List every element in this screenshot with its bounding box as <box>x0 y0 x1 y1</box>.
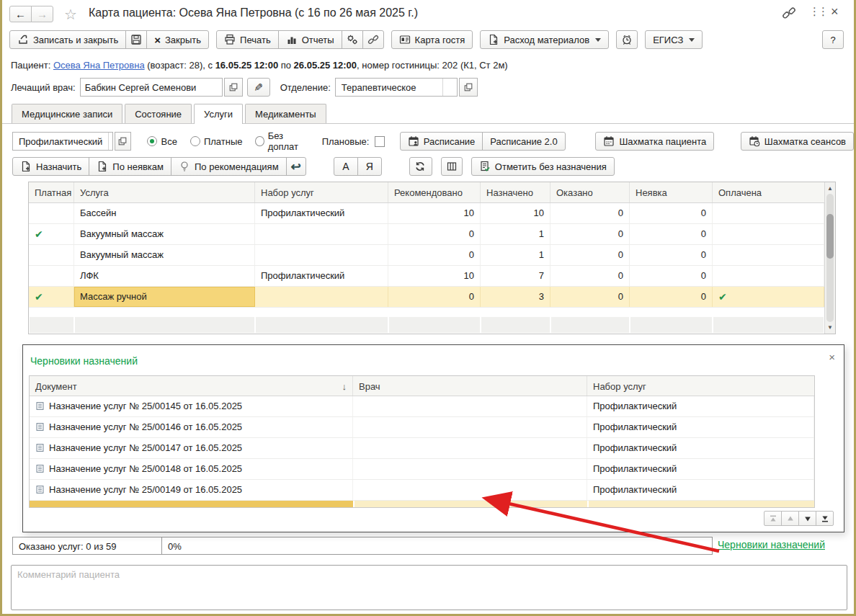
by-no-shows-button[interactable]: По неявкам <box>89 157 171 176</box>
radio-no-surcharge[interactable]: Без доплат <box>255 130 308 152</box>
services-settings-button[interactable] <box>342 30 363 49</box>
link-button[interactable] <box>362 30 384 49</box>
save-and-close-button[interactable]: Записать и закрыть <box>9 30 126 49</box>
doctor-open-button[interactable] <box>224 78 243 97</box>
forward-button[interactable]: → <box>31 6 53 22</box>
table-cell[interactable]: ✔ <box>713 287 824 307</box>
columns-button[interactable] <box>441 157 463 176</box>
reports-button[interactable]: Отчеты <box>278 30 342 49</box>
panel-close-icon[interactable]: × <box>829 351 835 363</box>
services-column-header[interactable]: Услуга <box>74 182 255 202</box>
table-row[interactable]: БассейнПрофилактический101000 <box>29 203 824 224</box>
drafts-column-header[interactable]: Набор услуг <box>587 376 814 396</box>
document-cell[interactable]: Назначение услуг № 25/00146 от 16.05.202… <box>30 417 353 437</box>
chess-sessions-button[interactable]: Шахматка сеансов <box>741 132 854 151</box>
favorite-star-icon[interactable]: ☆ <box>64 6 77 23</box>
doctor-cell[interactable] <box>353 459 587 479</box>
scroll-up-icon[interactable]: ▲ <box>825 185 835 192</box>
radio-paid[interactable]: Платные <box>190 136 243 147</box>
table-cell[interactable]: Массаж ручной <box>74 287 255 307</box>
document-cell[interactable]: Назначение услуг № 25/00148 от 16.05.202… <box>30 459 353 479</box>
table-cell[interactable]: ✔ <box>29 224 74 244</box>
document-cell[interactable]: Назначение услуг № 25/00147 от 16.05.202… <box>30 438 353 458</box>
materials-button[interactable]: Расход материалов <box>480 30 609 49</box>
letter-a-button[interactable]: А <box>334 157 358 176</box>
table-cell[interactable]: 0 <box>550 224 630 244</box>
services-column-header[interactable]: Оплачена <box>713 182 824 202</box>
document-cell[interactable]: Назначение услуг № 25/00145 от 16.05.202… <box>30 396 353 416</box>
help-button[interactable]: ? <box>822 30 844 49</box>
table-cell[interactable]: 10 <box>388 203 481 223</box>
guest-card-button[interactable]: Карта гостя <box>391 30 473 49</box>
service-set-cell[interactable]: Профилактический <box>587 417 814 437</box>
go-last-button[interactable] <box>816 511 834 526</box>
planned-checkbox[interactable] <box>375 136 384 147</box>
table-cell[interactable]: Вакуумный массаж <box>74 245 255 265</box>
services-column-header[interactable]: Неявка <box>630 182 713 202</box>
table-cell[interactable]: ✔ <box>29 287 74 307</box>
department-combo[interactable]: Терапевтическое <box>335 78 458 97</box>
table-cell[interactable]: Профилактический <box>255 203 388 223</box>
tab-medical-records[interactable]: Медицинские записи <box>12 104 122 123</box>
go-first-button[interactable] <box>764 511 782 526</box>
table-cell[interactable]: 0 <box>388 287 481 307</box>
doctor-cell[interactable] <box>353 417 587 437</box>
table-cell[interactable]: 3 <box>481 287 550 307</box>
table-cell[interactable]: 0 <box>388 224 481 244</box>
table-cell[interactable] <box>255 245 388 265</box>
department-open-button[interactable] <box>459 78 478 97</box>
list-item[interactable]: Назначение услуг № 25/00145 от 16.05.202… <box>30 396 814 417</box>
scroll-down-icon[interactable]: ▼ <box>825 324 835 331</box>
table-cell[interactable]: 0 <box>630 224 713 244</box>
table-cell[interactable]: 0 <box>630 266 713 286</box>
doctor-cell[interactable] <box>353 438 587 458</box>
table-cell[interactable] <box>713 266 824 286</box>
table-cell[interactable]: 10 <box>388 266 481 286</box>
table-cell[interactable]: Вакуумный массаж <box>74 224 255 244</box>
services-column-header[interactable]: Оказано <box>550 182 630 202</box>
service-set-cell[interactable]: Профилактический <box>587 396 814 416</box>
drafts-column-header[interactable]: Документ↓ <box>30 376 353 396</box>
undo-button[interactable]: ↩ <box>286 157 306 176</box>
table-cell[interactable]: 1 <box>481 245 550 265</box>
table-cell[interactable]: ЛФК <box>74 266 255 286</box>
doctor-cell[interactable] <box>353 396 587 416</box>
table-cell[interactable] <box>29 203 74 223</box>
table-row[interactable]: ✔Массаж ручной0300✔ <box>29 287 824 308</box>
services-column-header[interactable]: Назначено <box>481 182 550 202</box>
drafts-column-header[interactable]: Врач <box>353 376 587 396</box>
scrollbar-thumb[interactable] <box>826 214 834 259</box>
back-button[interactable]: ← <box>9 6 32 22</box>
department-dropdown-button[interactable] <box>442 79 457 96</box>
refresh-button[interactable] <box>409 157 432 176</box>
tab-medications[interactable]: Медикаменты <box>245 104 326 123</box>
radio-all[interactable]: Все <box>147 136 177 147</box>
egisz-button[interactable]: ЕГИСЗ <box>645 30 703 49</box>
list-item[interactable]: Назначение услуг № 25/00147 от 16.05.202… <box>30 438 814 459</box>
tab-state[interactable]: Состояние <box>125 104 192 123</box>
close-button[interactable]: × Закрыть <box>146 30 209 49</box>
more-menu-icon[interactable]: ⋮⋮ <box>809 5 826 18</box>
tab-services[interactable]: Услуги <box>194 104 243 124</box>
table-cell[interactable]: 7 <box>481 266 550 286</box>
by-recommendations-button[interactable]: По рекомендациям <box>171 157 287 176</box>
services-column-header[interactable]: Рекомендовано <box>388 182 481 202</box>
print-button[interactable]: Печать <box>216 30 279 49</box>
doctor-edit-button[interactable]: ✎ <box>247 78 270 97</box>
schedule-2-button[interactable]: Расписание 2.0 <box>482 132 565 151</box>
services-column-header[interactable]: Набор услуг <box>255 182 388 202</box>
table-row[interactable]: Вакуумный массаж0100 <box>29 245 824 266</box>
mark-without-assignment-button[interactable]: Отметить без назначения <box>471 157 615 176</box>
service-set-combo[interactable]: Профилактический <box>12 132 113 151</box>
drafts-partial-selected-row[interactable] <box>30 501 814 507</box>
table-cell[interactable] <box>255 224 388 244</box>
doctor-cell[interactable] <box>353 480 587 500</box>
save-button[interactable] <box>125 30 147 49</box>
drafts-link[interactable]: Черновики назначений <box>718 539 825 550</box>
table-cell[interactable]: 0 <box>630 287 713 307</box>
service-set-cell[interactable]: Профилактический <box>587 459 814 479</box>
alarm-button[interactable] <box>616 30 638 49</box>
table-row[interactable]: ЛФКПрофилактический10700 <box>29 266 824 287</box>
go-down-button[interactable] <box>798 511 816 526</box>
table-cell[interactable] <box>255 287 388 307</box>
